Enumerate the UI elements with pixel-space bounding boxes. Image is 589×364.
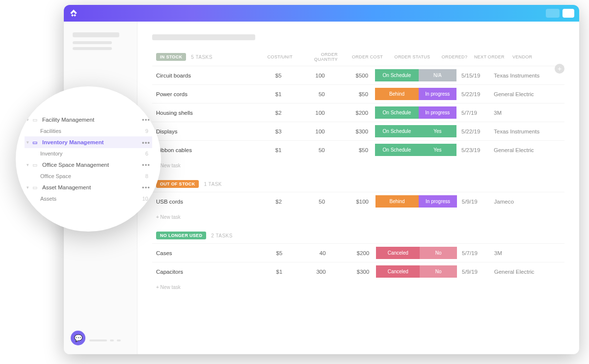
cell-qty[interactable]: 50 <box>289 141 332 159</box>
col-ordercost[interactable]: ORDER COST <box>345 54 390 59</box>
cell-status[interactable]: Behind <box>375 85 419 104</box>
table-row[interactable]: Displays$3100$300On ScheduleYes5/22/19Te… <box>152 122 564 141</box>
cell-vendor[interactable]: Texas Instruments <box>494 122 564 141</box>
sidebar-list[interactable]: Office Space8 <box>25 171 152 182</box>
cell-ordercost[interactable]: $300 <box>333 262 376 281</box>
col-vendor[interactable]: VENDOR <box>512 54 579 59</box>
cell-status[interactable]: Canceled <box>376 244 420 262</box>
cell-status[interactable]: Canceled <box>376 262 420 281</box>
cell-status[interactable]: On Schedule <box>375 104 419 122</box>
cell-qty[interactable]: 50 <box>289 85 332 104</box>
folder-menu-button[interactable]: ••• <box>142 161 150 169</box>
table-row[interactable]: Housing shells$2100$200On ScheduleIn pro… <box>152 104 564 122</box>
chevron-down-icon[interactable]: ▾ <box>27 140 32 145</box>
cell-name[interactable]: Displays <box>152 122 255 141</box>
col-status[interactable]: ORDER STATUS <box>390 54 435 59</box>
cell-status[interactable]: On Schedule <box>375 66 419 85</box>
cell-ordercost[interactable]: $300 <box>332 122 375 141</box>
table-row[interactable]: Power cords$150$50BehindIn progress5/22/… <box>152 85 564 104</box>
table-row[interactable]: USB cords$250$100BehindIn progress5/9/19… <box>152 192 564 211</box>
cell-ordered[interactable]: No <box>420 244 457 262</box>
sidebar-list[interactable]: Facilities9 <box>25 126 152 136</box>
cell-name[interactable]: Ribbon cables <box>152 141 255 159</box>
cell-ordercost[interactable]: $200 <box>332 104 375 122</box>
cell-qty[interactable]: 50 <box>289 192 332 211</box>
table-row[interactable]: Circuit boards$5100$500On ScheduleN/A5/1… <box>152 66 564 85</box>
cell-vendor[interactable]: General Electric <box>494 262 564 281</box>
cell-qty[interactable]: 100 <box>289 66 332 85</box>
sidebar-folder[interactable]: ▾▭Facility Management••• <box>25 114 152 126</box>
cell-qty[interactable]: 100 <box>289 104 332 122</box>
cell-cost[interactable]: $3 <box>255 122 289 141</box>
cell-next-order[interactable]: 5/22/19 <box>456 122 494 141</box>
cell-qty[interactable]: 300 <box>289 262 332 281</box>
cell-next-order[interactable]: 5/7/19 <box>456 104 494 122</box>
cell-name[interactable]: Circuit boards <box>152 66 255 85</box>
new-task-button[interactable]: + New task <box>152 159 564 168</box>
cell-ordercost[interactable]: $100 <box>332 192 375 211</box>
cell-status[interactable]: On Schedule <box>375 141 419 159</box>
table-row[interactable]: Cases$540$200CanceledNo5/7/193M <box>152 244 564 262</box>
sidebar-folder[interactable]: ▾▭Asset Management••• <box>25 182 152 193</box>
new-task-button[interactable]: + New task <box>152 281 564 290</box>
section-status-pill[interactable]: OUT OF STOCK <box>156 180 199 188</box>
sidebar-list[interactable]: Assets10 <box>25 193 152 204</box>
cell-cost[interactable]: $1 <box>255 85 289 104</box>
cell-qty[interactable]: 40 <box>289 244 332 262</box>
col-qty[interactable]: ORDER QUANTITY <box>299 52 345 62</box>
col-next[interactable]: NEXT ORDER <box>474 54 512 59</box>
cell-vendor[interactable]: Jameco <box>494 192 564 211</box>
cell-vendor[interactable]: 3M <box>494 244 564 262</box>
cell-ordercost[interactable]: $500 <box>332 66 375 85</box>
cell-name[interactable]: Capacitors <box>152 262 255 281</box>
section-status-pill[interactable]: NO LONGER USED <box>156 232 206 239</box>
cell-cost[interactable]: $5 <box>255 244 289 262</box>
cell-ordered[interactable]: In progress <box>419 85 456 104</box>
cell-name[interactable]: Housing shells <box>152 104 255 122</box>
section-status-pill[interactable]: IN STOCK <box>156 53 186 61</box>
sidebar-list[interactable]: Inventory6 <box>25 148 152 159</box>
app-logo-icon[interactable] <box>69 8 79 18</box>
cell-vendor[interactable]: 3M <box>494 104 564 122</box>
cell-cost[interactable]: $1 <box>255 262 289 281</box>
new-task-button[interactable]: + New task <box>152 210 564 220</box>
cell-qty[interactable]: 100 <box>289 122 332 141</box>
folder-menu-button[interactable]: ••• <box>142 184 150 191</box>
chevron-down-icon[interactable]: ▾ <box>27 162 32 167</box>
cell-ordered[interactable]: No <box>420 262 457 281</box>
cell-ordered[interactable]: In progress <box>419 104 456 122</box>
col-cost[interactable]: COST/UNIT <box>264 54 299 59</box>
cell-ordered[interactable]: Yes <box>419 122 456 141</box>
cell-name[interactable]: Cases <box>152 244 255 262</box>
cell-cost[interactable]: $5 <box>255 66 289 85</box>
cell-cost[interactable]: $2 <box>255 192 289 211</box>
cell-next-order[interactable]: 5/23/19 <box>456 141 494 159</box>
cell-ordercost[interactable]: $50 <box>332 85 375 104</box>
cell-status[interactable]: On Schedule <box>375 122 419 141</box>
cell-ordered[interactable]: N/A <box>419 66 456 85</box>
chat-button[interactable]: 💬 <box>71 331 85 345</box>
chevron-down-icon[interactable]: ▾ <box>27 185 32 190</box>
cell-next-order[interactable]: 5/15/19 <box>456 66 494 85</box>
chevron-down-icon[interactable]: ▾ <box>27 117 32 122</box>
cell-vendor[interactable]: Texas Instruments <box>494 66 564 85</box>
cell-next-order[interactable]: 5/9/19 <box>457 192 494 211</box>
table-row[interactable]: Ribbon cables$150$50On ScheduleYes5/23/1… <box>152 141 564 159</box>
cell-cost[interactable]: $2 <box>255 104 289 122</box>
cell-next-order[interactable]: 5/22/19 <box>456 85 494 104</box>
cell-status[interactable]: Behind <box>375 192 419 211</box>
table-row[interactable]: Capacitors$1300$300CanceledNo5/9/19Gener… <box>152 262 564 281</box>
col-ordered[interactable]: ORDERED? <box>435 54 474 59</box>
cell-ordercost[interactable]: $50 <box>332 141 375 159</box>
cell-vendor[interactable]: General Electric <box>494 85 564 104</box>
cell-cost[interactable]: $1 <box>255 141 289 159</box>
topbar-button-b[interactable] <box>562 9 574 18</box>
cell-vendor[interactable]: General Electric <box>494 141 564 159</box>
cell-ordered[interactable]: Yes <box>419 141 456 159</box>
cell-name[interactable]: USB cords <box>152 192 255 211</box>
cell-next-order[interactable]: 5/7/19 <box>457 244 494 262</box>
folder-menu-button[interactable]: ••• <box>142 139 150 146</box>
cell-ordered[interactable]: In progress <box>419 192 457 211</box>
cell-ordercost[interactable]: $200 <box>333 244 376 262</box>
add-column-button[interactable]: + <box>555 64 564 74</box>
